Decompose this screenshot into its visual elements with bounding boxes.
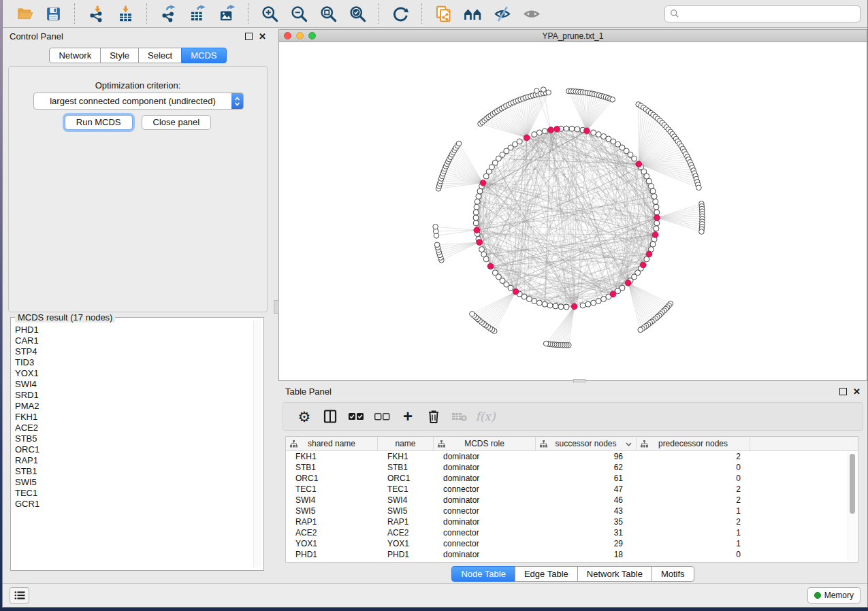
table-row[interactable]: SWI5SWI5connector431 [286, 506, 858, 516]
mcds-result-item[interactable]: CAR1 [15, 335, 253, 346]
mcds-result-item[interactable]: PHD1 [15, 325, 253, 335]
tab-edge-table[interactable]: Edge Table [515, 566, 578, 582]
export-network-icon[interactable] [154, 2, 183, 25]
float-panel-icon[interactable] [839, 388, 847, 395]
table-row[interactable]: RAP1RAP1dominator352 [286, 516, 858, 527]
table-row[interactable]: SWI4SWI4dominator462 [286, 495, 858, 506]
memory-button[interactable]: Memory [807, 587, 861, 604]
show-all-icon[interactable] [517, 2, 546, 25]
mcds-result-item[interactable]: SRD1 [15, 390, 253, 401]
table-toolbar: ⚙ + f [283, 402, 863, 431]
table-settings-icon[interactable]: ⚙ [291, 406, 317, 427]
zoom-out-icon[interactable] [285, 2, 314, 25]
network-window-title: YPA_prune.txt_1 [279, 31, 867, 41]
mcds-result-list[interactable]: PHD1CAR1STP4TID3YOX1SWI4SRD1PMA2FKH1ACE2… [15, 325, 253, 567]
network-graph[interactable] [279, 42, 868, 380]
table-scrollbar[interactable] [848, 452, 856, 561]
cell-shared-name: FKH1 [286, 451, 378, 462]
search-field[interactable] [664, 5, 861, 22]
mcds-result-item[interactable]: TID3 [15, 357, 253, 368]
mcds-result-item[interactable]: PMA2 [15, 401, 253, 412]
add-column-icon[interactable]: + [395, 406, 421, 427]
tab-network-table[interactable]: Network Table [577, 566, 652, 582]
column-header-shared-name[interactable]: shared name [286, 437, 378, 450]
scrollbar-thumb[interactable] [850, 454, 855, 514]
tab-style[interactable]: Style [100, 48, 139, 63]
export-image-icon[interactable] [212, 2, 242, 25]
node-table[interactable]: shared namenameMCDS rolesuccessor nodesp… [285, 436, 858, 563]
import-table-icon[interactable] [111, 2, 140, 25]
zoom-selected-icon[interactable] [343, 2, 372, 25]
cell-MCDS-role: dominator [434, 462, 536, 473]
mcds-result-item[interactable]: YOX1 [15, 368, 253, 379]
mcds-result-item[interactable]: ORC1 [15, 444, 253, 455]
memory-status-icon [814, 592, 821, 599]
mcds-result-item[interactable]: STB5 [15, 433, 253, 444]
close-panel-icon[interactable]: ✕ [853, 387, 861, 396]
save-session-icon[interactable] [39, 2, 68, 25]
cell-name: ACE2 [378, 527, 434, 538]
mcds-result-item[interactable]: TEC1 [15, 488, 253, 499]
splitter-grip[interactable] [274, 300, 279, 314]
open-file-icon[interactable] [10, 2, 39, 25]
tab-node-table[interactable]: Node Table [451, 566, 515, 582]
table-row[interactable]: ORC1ORC1dominator610 [286, 473, 858, 484]
cell-predecessor-nodes: 1 [637, 506, 750, 516]
task-history-button[interactable] [10, 587, 29, 604]
tab-mcds[interactable]: MCDS [181, 48, 226, 63]
zoom-fit-icon[interactable] [314, 2, 343, 25]
column-header-predecessor-nodes[interactable]: predecessor nodes [637, 437, 750, 450]
delete-column-icon[interactable] [421, 406, 447, 427]
deselect-all-icon[interactable] [369, 406, 395, 427]
table-row[interactable]: STB1STB1dominator620 [286, 462, 858, 473]
cell-predecessor-nodes: 2 [637, 451, 750, 462]
column-header-name[interactable]: name [378, 437, 434, 450]
cell-MCDS-role: dominator [434, 473, 536, 484]
cell-successor-nodes: 43 [536, 506, 637, 516]
column-header-MCDS-role[interactable]: MCDS role [434, 437, 536, 450]
tab-select[interactable]: Select [138, 48, 182, 63]
mcds-result-item[interactable]: FKH1 [15, 412, 253, 423]
mcds-result-item[interactable]: STB1 [15, 466, 253, 477]
table-row[interactable]: ACE2ACE2connector311 [286, 527, 858, 538]
run-mcds-button[interactable]: Run MCDS [65, 115, 133, 130]
table-row[interactable]: YOX1YOX1connector291 [286, 538, 858, 549]
select-all-icon[interactable] [343, 406, 369, 427]
search-input[interactable] [683, 8, 855, 20]
table-row[interactable]: FKH1FKH1dominator962 [286, 451, 858, 462]
close-panel-icon[interactable]: ✕ [259, 32, 266, 41]
first-neighbors-icon[interactable] [458, 2, 487, 25]
mcds-result-item[interactable]: SWI5 [15, 477, 253, 488]
app-window: Control Panel ✕ NetworkStyleSelectMCDS O… [2, 0, 868, 608]
cell-name: SWI4 [378, 495, 434, 506]
mcds-result-item[interactable]: SWI4 [15, 379, 253, 390]
zoom-in-icon[interactable] [255, 2, 285, 25]
table-row[interactable]: PHD1PHD1dominator180 [286, 549, 858, 560]
mcds-result-item[interactable]: ACE2 [15, 423, 253, 433]
criterion-dropdown[interactable]: largest connected component (undirected) [33, 93, 244, 110]
mcds-list-scrollbar[interactable] [253, 320, 261, 567]
show-columns-icon[interactable] [317, 406, 343, 427]
hide-selected-icon[interactable] [487, 2, 517, 25]
close-panel-button[interactable]: Close panel [142, 115, 212, 130]
tab-motifs[interactable]: Motifs [652, 566, 694, 582]
vertical-splitter[interactable] [273, 28, 278, 583]
delete-table-icon[interactable] [447, 406, 472, 427]
export-table-icon[interactable] [183, 2, 212, 25]
import-network-icon[interactable] [82, 2, 111, 25]
function-builder-icon[interactable]: f(x) [472, 406, 498, 427]
clone-network-icon[interactable] [429, 2, 458, 25]
cell-successor-nodes: 96 [536, 451, 637, 462]
mcds-result-item[interactable]: RAP1 [15, 455, 253, 466]
table-panel: Table Panel ✕ ⚙ [278, 383, 867, 583]
cell-name: ORC1 [378, 473, 434, 484]
column-header-successor-nodes[interactable]: successor nodes [536, 437, 637, 450]
network-window-titlebar[interactable]: YPA_prune.txt_1 [279, 30, 867, 42]
float-panel-icon[interactable] [245, 33, 253, 40]
tab-network[interactable]: Network [49, 48, 101, 63]
mcds-result-item[interactable]: STP4 [15, 346, 253, 357]
table-row[interactable]: TEC1TEC1connector472 [286, 484, 858, 495]
network-canvas[interactable] [279, 42, 867, 380]
apply-layout-icon[interactable] [386, 2, 415, 25]
mcds-result-item[interactable]: GCR1 [15, 499, 253, 510]
